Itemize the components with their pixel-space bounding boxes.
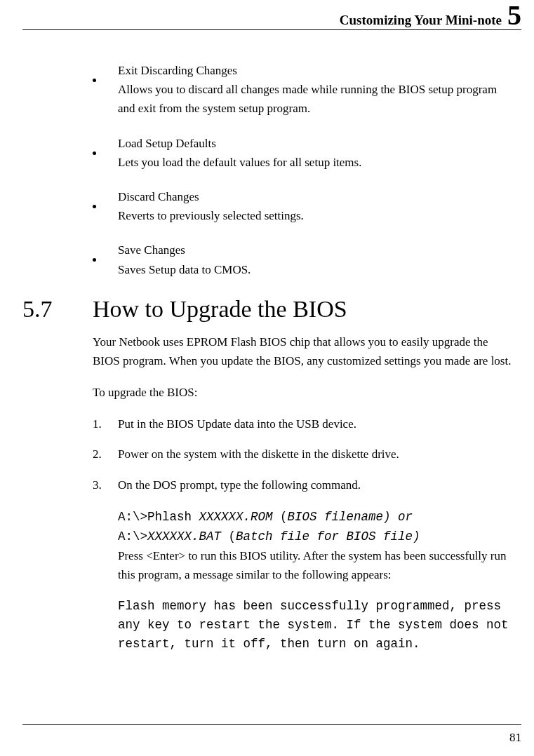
step-number: 3.: [93, 475, 118, 494]
header-title: Customizing Your Mini-note: [340, 13, 502, 28]
step-text: Power on the system with the diskette in…: [118, 445, 514, 464]
item-title: Save Changes: [118, 241, 514, 259]
list-item: Discard Changes Reverts to previously se…: [93, 187, 514, 225]
intro-paragraph: Your Netbook uses EPROM Flash BIOS chip …: [93, 332, 514, 370]
step-item: 3. On the DOS prompt, type the following…: [93, 475, 514, 494]
cmd-text: A:\>: [118, 529, 147, 544]
item-title: Load Setup Defaults: [118, 134, 514, 153]
cmd-text: XXXXXX.ROM: [199, 510, 281, 524]
step-item: 2. Power on the system with the diskette…: [93, 445, 514, 464]
chapter-number: 5: [507, 4, 521, 27]
page-header: Customizing Your Mini-note 5: [22, 4, 521, 30]
list-item: Save Changes Saves Setup data to CMOS.: [93, 241, 514, 278]
step-number: 1.: [93, 414, 118, 433]
after-command-text: Press <Enter> to run this BIOS utility. …: [118, 546, 514, 584]
output-message: Flash memory has been successfully progr…: [118, 597, 514, 654]
item-desc: Saves Setup data to CMOS.: [118, 260, 514, 279]
bullet-icon: [93, 79, 96, 82]
cmd-text: (: [280, 510, 288, 524]
step-text: Put in the BIOS Update data into the USB…: [118, 414, 514, 433]
cmd-text: XXXXXX.BAT: [147, 529, 229, 544]
cmd-text: A:\>Phlash: [118, 510, 199, 524]
list-item: Exit Discarding Changes Allows you to di…: [93, 61, 514, 119]
command-block: A:\>Phlash XXXXXX.ROM (BIOS filename) or…: [118, 507, 514, 654]
item-desc: Reverts to previously selected settings.: [118, 206, 514, 225]
item-desc: Allows you to discard all changes made w…: [118, 80, 514, 118]
bullet-icon: [93, 205, 96, 208]
page-number: 81: [509, 731, 521, 745]
cmd-text: (: [229, 529, 236, 544]
footer-rule: [22, 724, 521, 725]
list-item: Load Setup Defaults Lets you load the de…: [93, 134, 514, 172]
section-title: How to Upgrade the BIOS: [93, 296, 347, 323]
cmd-text: Batch file for BIOS file): [236, 529, 420, 544]
step-text: On the DOS prompt, type the following co…: [118, 475, 514, 494]
subheading: To upgrade the BIOS:: [93, 383, 514, 402]
cmd-text: BIOS filename) or: [288, 510, 413, 524]
item-title: Discard Changes: [118, 187, 514, 206]
item-desc: Lets you load the default values for all…: [118, 153, 514, 172]
step-item: 1. Put in the BIOS Update data into the …: [93, 414, 514, 433]
step-number: 2.: [93, 445, 118, 464]
bullet-icon: [93, 151, 96, 155]
bullet-icon: [93, 258, 96, 262]
section-number: 5.7: [22, 296, 93, 323]
item-title: Exit Discarding Changes: [118, 61, 514, 80]
